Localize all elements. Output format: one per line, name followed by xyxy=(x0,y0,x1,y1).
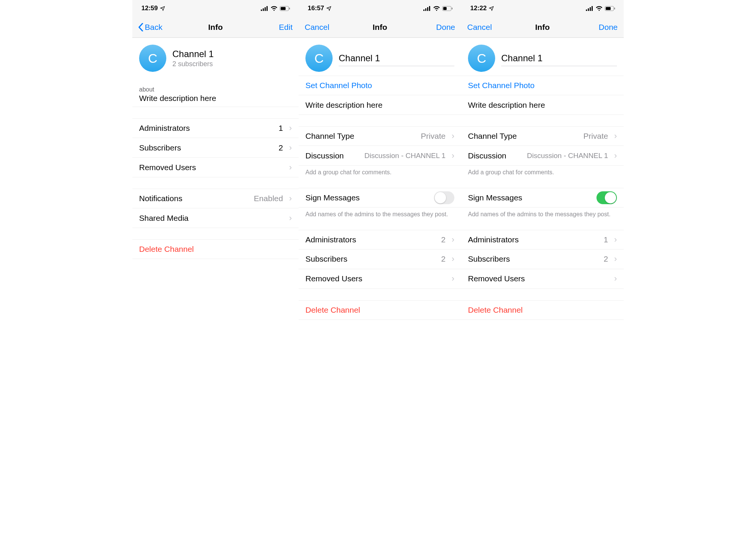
svg-rect-8 xyxy=(425,8,426,11)
administrators-row[interactable]: Administrators 1 › xyxy=(132,118,299,138)
edit-button[interactable]: Edit xyxy=(262,23,293,32)
sign-messages-switch[interactable] xyxy=(434,191,454,204)
set-channel-photo-button[interactable]: Set Channel Photo xyxy=(299,76,461,95)
discussion-footer: Add a group chat for comments. xyxy=(299,166,461,177)
sign-footer: Add names of the admins to the messages … xyxy=(299,208,461,219)
channel-type-row[interactable]: Channel Type Private › xyxy=(299,126,461,146)
svg-rect-0 xyxy=(261,9,262,11)
removed-users-row[interactable]: Removed Users › xyxy=(299,269,461,289)
chevron-right-icon: › xyxy=(449,131,454,141)
status-time: 12:22 xyxy=(470,5,486,12)
delete-channel-button[interactable]: Delete Channel xyxy=(461,300,624,320)
avatar[interactable]: C xyxy=(468,45,495,72)
done-button[interactable]: Done xyxy=(587,23,618,32)
wifi-icon xyxy=(596,6,603,11)
channel-type-row[interactable]: Channel Type Private › xyxy=(461,126,624,146)
screen-edit-sign-off: 16:57 Cancel Info Done C Set Channel xyxy=(299,0,461,535)
cancel-button[interactable]: Cancel xyxy=(467,23,497,32)
discussion-row[interactable]: Discussion Discussion - CHANNEL 1 › xyxy=(461,146,624,166)
status-time: 12:59 xyxy=(141,5,158,12)
chevron-right-icon: › xyxy=(449,151,454,161)
back-label: Back xyxy=(145,23,163,32)
discussion-footer: Add a group chat for comments. xyxy=(461,166,624,177)
subscribers-row[interactable]: Subscribers 2 › xyxy=(299,250,461,269)
wifi-icon xyxy=(271,6,277,11)
location-icon xyxy=(160,6,165,11)
svg-rect-13 xyxy=(452,8,452,9)
avatar[interactable]: C xyxy=(139,45,166,72)
svg-rect-19 xyxy=(606,7,611,10)
removed-users-row[interactable]: Removed Users › xyxy=(132,158,299,177)
discussion-row[interactable]: Discussion Discussion - CHANNEL 1 › xyxy=(299,146,461,166)
svg-rect-20 xyxy=(614,8,615,9)
chevron-right-icon: › xyxy=(287,213,292,223)
channel-name: Channel 1 xyxy=(172,49,292,59)
channel-name-input[interactable] xyxy=(339,51,454,66)
administrators-row[interactable]: Administrators 1 › xyxy=(461,230,624,250)
nav-bar: Cancel Info Done xyxy=(299,17,461,38)
chevron-right-icon: › xyxy=(287,163,292,172)
chevron-right-icon: › xyxy=(287,143,292,153)
chevron-right-icon: › xyxy=(612,235,617,245)
chevron-left-icon xyxy=(138,23,143,31)
svg-rect-3 xyxy=(266,6,268,11)
status-time: 16:57 xyxy=(308,5,324,12)
about-label: about xyxy=(132,86,299,93)
sign-messages-row: Sign Messages xyxy=(299,188,461,208)
subscribers-row[interactable]: Subscribers 2 › xyxy=(132,138,299,158)
battery-icon xyxy=(280,6,290,11)
done-button[interactable]: Done xyxy=(425,23,455,32)
shared-media-row[interactable]: Shared Media › xyxy=(132,208,299,228)
description-input[interactable]: Write description here xyxy=(299,95,461,115)
svg-rect-15 xyxy=(588,8,589,11)
svg-rect-9 xyxy=(427,7,428,11)
svg-rect-5 xyxy=(281,7,286,10)
channel-name-input[interactable] xyxy=(501,51,617,66)
chevron-right-icon: › xyxy=(612,151,617,161)
sign-messages-row: Sign Messages xyxy=(461,188,624,208)
chevron-right-icon: › xyxy=(449,274,454,284)
svg-rect-16 xyxy=(590,7,591,11)
description-input[interactable]: Write description here xyxy=(461,95,624,115)
chevron-right-icon: › xyxy=(287,194,292,203)
cellular-icon xyxy=(261,6,268,11)
svg-rect-6 xyxy=(289,8,290,9)
cancel-button[interactable]: Cancel xyxy=(305,23,335,32)
subscribers-row[interactable]: Subscribers 2 › xyxy=(461,250,624,269)
status-bar: 16:57 xyxy=(299,0,461,17)
avatar[interactable]: C xyxy=(305,45,333,72)
about-value: Write description here xyxy=(132,93,299,107)
svg-rect-1 xyxy=(263,8,264,11)
nav-bar: Cancel Info Done xyxy=(461,17,624,38)
sign-footer: Add names of the admins to the messages … xyxy=(461,208,624,219)
chevron-right-icon: › xyxy=(449,235,454,245)
svg-rect-2 xyxy=(265,7,266,11)
delete-channel-button[interactable]: Delete Channel xyxy=(132,239,299,259)
screen-edit-sign-on: 12:22 Cancel Info Done C Set Channel xyxy=(461,0,624,535)
chevron-right-icon: › xyxy=(612,274,617,284)
battery-icon xyxy=(605,6,615,11)
svg-rect-7 xyxy=(423,9,424,11)
chevron-right-icon: › xyxy=(612,131,617,141)
chevron-right-icon: › xyxy=(287,123,292,133)
removed-users-row[interactable]: Removed Users › xyxy=(461,269,624,289)
screen-info-view: 12:59 Back Info Edit C Channel 1 2 xyxy=(132,0,299,535)
nav-bar: Back Info Edit xyxy=(132,17,299,38)
sign-messages-switch[interactable] xyxy=(596,191,617,204)
status-bar: 12:59 xyxy=(132,0,299,17)
location-icon xyxy=(326,6,332,11)
back-button[interactable]: Back xyxy=(138,23,169,32)
location-icon xyxy=(489,6,494,11)
status-bar: 12:22 xyxy=(461,0,624,17)
svg-rect-12 xyxy=(443,7,447,10)
wifi-icon xyxy=(433,6,440,11)
administrators-row[interactable]: Administrators 2 › xyxy=(299,230,461,250)
notifications-row[interactable]: Notifications Enabled › xyxy=(132,189,299,208)
svg-rect-17 xyxy=(592,6,593,11)
set-channel-photo-button[interactable]: Set Channel Photo xyxy=(461,76,624,95)
cellular-icon xyxy=(423,6,431,11)
delete-channel-button[interactable]: Delete Channel xyxy=(299,300,461,320)
battery-icon xyxy=(442,6,453,11)
svg-rect-10 xyxy=(429,6,430,11)
cellular-icon xyxy=(586,6,593,11)
